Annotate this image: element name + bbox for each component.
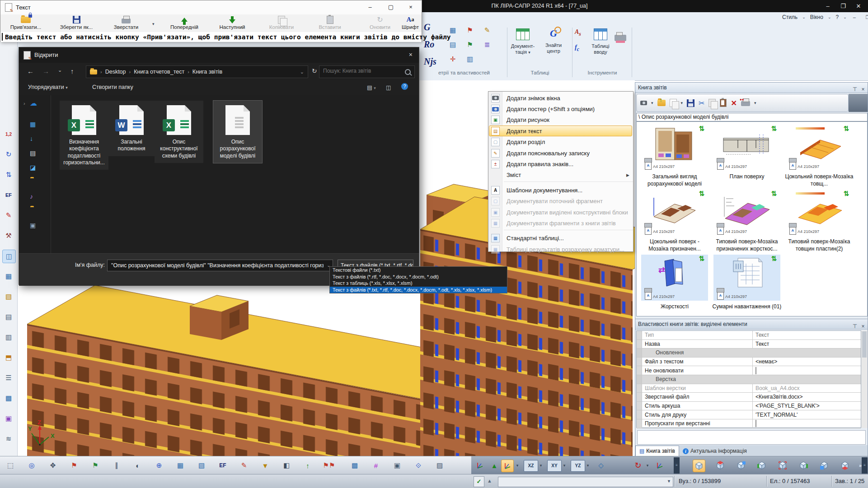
report-item[interactable]: ⇅ AA4 210x297 План поверху: [712, 125, 782, 188]
save-icon[interactable]: [687, 99, 694, 107]
report-item[interactable]: ⇅ ⇄ AA4 210x297 Жорсткості: [639, 255, 710, 318]
paste-button[interactable]: Вставити: [310, 15, 349, 30]
swap-icon[interactable]: ⇅: [2, 168, 15, 181]
up-arrow-icon[interactable]: ↑: [302, 460, 314, 471]
edit-icon[interactable]: ✎: [2, 209, 15, 222]
cube-view-icon[interactable]: [694, 461, 704, 470]
cube-front-plane-icon[interactable]: [820, 461, 829, 470]
hatch-tool-icon[interactable]: ▩: [2, 392, 15, 404]
search-box[interactable]: [319, 65, 415, 78]
chevron-down-icon[interactable]: ▾: [585, 460, 591, 471]
new-folder-button[interactable]: Створити папку: [92, 84, 133, 90]
chevron-down-icon[interactable]: ▾: [152, 22, 155, 26]
slab-tool-icon[interactable]: ▧: [2, 290, 15, 303]
flag-green-icon[interactable]: ⚑: [464, 39, 475, 50]
menu-item-add-text[interactable]: ▤ Додати текст: [488, 125, 633, 136]
up-icon[interactable]: ↑: [70, 67, 74, 75]
filetype-option[interactable]: Текст з таблиць (*.xls, *.xlsx, *.xlsm): [330, 280, 507, 287]
diamond-icon[interactable]: ⟐: [413, 460, 424, 471]
cube-bottom-cut-icon[interactable]: [840, 461, 849, 470]
property-group-row[interactable]: Верстка: [637, 375, 861, 384]
cube-right-plane-icon[interactable]: [799, 461, 808, 470]
documents-icon[interactable]: ▤: [30, 149, 36, 157]
pin-icon[interactable]: ⊤: [851, 84, 859, 95]
cube-left-plane-icon[interactable]: [757, 461, 766, 470]
paste-icon[interactable]: [720, 99, 727, 107]
help-icon[interactable]: ?: [401, 83, 408, 90]
chevron-down-icon[interactable]: ⌄: [58, 67, 62, 73]
copy-icon[interactable]: [708, 99, 716, 107]
pictures-icon[interactable]: ◪: [30, 164, 36, 171]
breadcrumb-desktop[interactable]: Desktop: [105, 69, 126, 75]
property-group-row[interactable]: Оновлення: [637, 349, 861, 358]
back-icon[interactable]: ←: [27, 67, 34, 75]
filetype-option[interactable]: Текст з файлів (*.rtf, *.doc, *.docx, *.…: [330, 274, 507, 280]
compass-icon[interactable]: ◎: [26, 460, 38, 471]
grid-num-icon[interactable]: #: [370, 460, 382, 471]
menu-item-doc-templates[interactable]: A Шаблони документування...: [488, 185, 633, 195]
chevron-down-icon[interactable]: ▾: [645, 460, 650, 471]
property-row[interactable]: Зверстаний файл<КнигаЗвітів.docx>: [637, 393, 861, 402]
text-editor[interactable]: Введіть текст або натисніть кнопку «Прив…: [0, 32, 422, 42]
copy-button[interactable]: Копіювати: [262, 15, 301, 30]
view-yz-button[interactable]: YZ: [571, 460, 585, 472]
panel-tool-icon[interactable]: ▦: [2, 270, 15, 283]
save-as-button[interactable]: Зберегти як...: [55, 15, 98, 30]
menu-style[interactable]: Стиль: [779, 13, 800, 21]
menu-item-contents[interactable]: Зміст ▶: [488, 170, 633, 181]
documentation-button[interactable]: Документ- тація ▾: [509, 28, 537, 55]
chevron-down-icon[interactable]: ▾: [562, 460, 567, 471]
menu-item-add-poster[interactable]: Додати постер (+Shift з опціями): [488, 103, 633, 114]
tab-report-book[interactable]: ▤ Книга звітів: [635, 446, 679, 456]
file-item[interactable]: X Визначення коефіцієнта податливості го…: [60, 101, 108, 170]
breadcrumb-folder[interactable]: Книга звітів: [192, 69, 222, 75]
property-row[interactable]: Файл з текстом<немає>: [637, 358, 861, 367]
menu-item-add-section[interactable]: ▢ Додати розділ: [488, 137, 633, 148]
menu-item-add-picture[interactable]: ▣ Додати рисунок: [488, 115, 633, 125]
close-icon[interactable]: ×: [409, 51, 413, 58]
cut-icon[interactable]: ✂: [699, 99, 704, 107]
input-tables-button[interactable]: Таблиці вводу: [586, 28, 615, 55]
axes-icon[interactable]: ✛: [447, 54, 458, 65]
close-icon[interactable]: ×: [401, 0, 421, 14]
tab-actual-info[interactable]: i Актуальна інформація: [679, 446, 751, 456]
triangle-up-icon[interactable]: ▲: [488, 460, 500, 471]
shade-icon[interactable]: ▨: [434, 460, 446, 471]
report-item[interactable]: ⇅ AA4 210x297 Типовий поверх-Мозаїка при…: [712, 190, 782, 253]
file-item[interactable]: X Опис конструктивної схеми будівлі: [155, 101, 203, 163]
videos-icon[interactable]: ▣: [30, 222, 36, 229]
menu-item-doc-selected-blocks[interactable]: ▣ Документувати виділені конструктивні б…: [488, 207, 633, 218]
menu-window[interactable]: Вікно: [807, 13, 826, 21]
previous-button[interactable]: Попередній: [164, 15, 205, 30]
cube-back-plane-icon[interactable]: [737, 461, 746, 470]
ro-tool-icon[interactable]: Ro: [424, 39, 434, 50]
view-xz-button[interactable]: XZ: [524, 460, 538, 472]
rotate-icon[interactable]: ↻: [2, 148, 15, 161]
edit-icon[interactable]: ✎: [238, 460, 250, 471]
filter-icon[interactable]: ▼: [259, 460, 271, 471]
rows-tool-icon[interactable]: ▥: [2, 331, 15, 344]
print-button[interactable]: [615, 32, 626, 41]
rows-icon[interactable]: ▤: [447, 39, 458, 50]
menu-item-add-window-snapshot[interactable]: Додати знімок вікна: [488, 93, 633, 103]
next-button[interactable]: Наступний: [212, 15, 253, 30]
triad-small-icon[interactable]: [476, 461, 484, 469]
node-numbers-icon[interactable]: 1,2: [2, 128, 15, 140]
pc-icon[interactable]: ▦: [30, 121, 36, 128]
chevron-down-icon[interactable]: ⌄: [300, 69, 304, 75]
menu-item-standard-tables[interactable]: ▦ Стандартні таблиці...: [488, 233, 633, 244]
half-view-icon[interactable]: ◧: [281, 460, 292, 471]
delete-icon[interactable]: ✕: [731, 99, 737, 107]
ef-icon[interactable]: EF: [217, 460, 229, 471]
contrast-icon[interactable]: ◐: [132, 460, 144, 471]
g-tool-icon[interactable]: G: [424, 22, 430, 33]
menu-item-add-sign-rules[interactable]: ± Додати правила знаків...: [488, 158, 633, 169]
breadcrumb-folder[interactable]: Книга отчетов_тест: [134, 69, 184, 75]
menu-item-doc-current-fragment[interactable]: ▢ Документувати поточний фрагмент: [488, 196, 633, 207]
layout-button[interactable]: Зверстати: [105, 15, 147, 30]
njs-tool-icon[interactable]: Njs: [424, 56, 436, 67]
pencil-icon[interactable]: ✎: [482, 25, 493, 36]
ef-icon[interactable]: EF: [2, 189, 15, 201]
downloads-icon[interactable]: ↓: [30, 135, 33, 142]
forward-icon[interactable]: →: [42, 67, 49, 75]
